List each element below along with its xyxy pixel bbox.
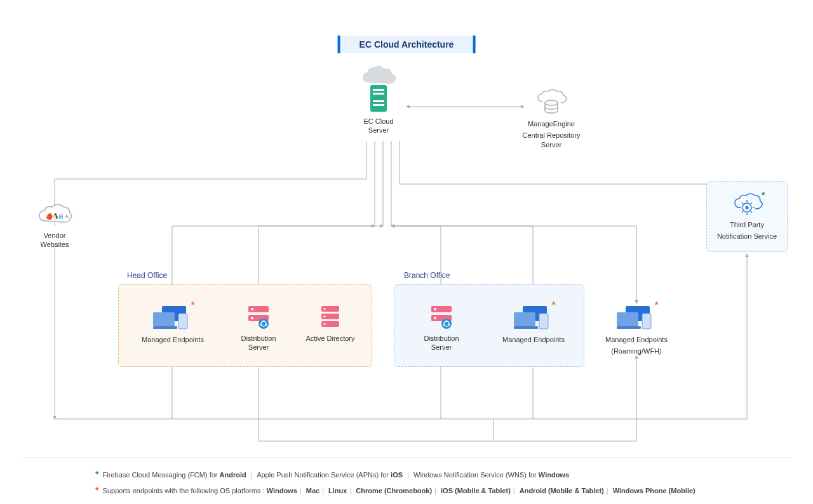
asterisk-green-icon: *	[95, 469, 98, 479]
svg-rect-70	[539, 314, 548, 329]
svg-line-37	[742, 202, 743, 204]
bo-managed-endpoints-node: * Managed Endpoints	[502, 303, 565, 344]
repo-server-label-1: ManageEngine	[528, 119, 575, 128]
svg-rect-74	[642, 314, 651, 329]
vendor-websites-label: Vendor Websites	[29, 231, 80, 249]
svg-rect-68	[514, 312, 535, 326]
cloud-server-icon	[356, 63, 401, 114]
branch-office-heading: Branch Office	[404, 271, 450, 280]
roaming-endpoints-node: * Managed Endpoints (Roaming/WFH)	[605, 303, 668, 356]
vendor-cloud-icon: 🍎 🐧 ⊞ A	[36, 203, 74, 229]
svg-rect-24	[373, 100, 384, 102]
svg-point-50	[263, 321, 264, 322]
svg-line-40	[742, 211, 743, 213]
repo-server-label-2: Central Repository Server	[513, 131, 589, 149]
legend-text: Supports endpoints with the following OS…	[103, 487, 265, 494]
devices-icon	[151, 303, 195, 331]
svg-rect-22	[373, 89, 384, 91]
repo-server-node: ManageEngine Central Repository Server	[513, 89, 589, 149]
asterisk-green-icon: *	[762, 190, 765, 200]
legend-row-green: * Firebase Cloud Messaging (FCM) for And…	[95, 467, 695, 482]
legend-bold: Android (Mobile & Tablet)	[520, 487, 604, 494]
active-directory-icon	[318, 303, 343, 331]
svg-point-61	[434, 308, 436, 310]
ho-active-directory-node: Active Directory	[302, 303, 359, 343]
svg-rect-23	[373, 93, 384, 95]
ho-dist-server-label: Distribution Server	[230, 334, 287, 352]
cloud-database-icon	[534, 89, 568, 117]
svg-point-63	[441, 319, 452, 329]
legend-bold: Mac	[306, 487, 319, 494]
devices-icon	[511, 303, 556, 331]
ho-managed-endpoints-label: Managed Endpoints	[142, 335, 204, 344]
roaming-endpoints-label-1: Managed Endpoints	[605, 335, 668, 344]
svg-rect-42	[153, 312, 175, 326]
svg-point-51	[265, 324, 267, 326]
svg-point-57	[324, 315, 326, 317]
svg-rect-44	[178, 314, 187, 329]
svg-rect-25	[373, 104, 384, 106]
asterisk-orange-icon: *	[191, 300, 194, 310]
svg-point-48	[251, 317, 253, 319]
ho-managed-endpoints-node: * Managed Endpoints	[141, 303, 205, 344]
svg-text:A: A	[65, 213, 69, 220]
legend-row-orange: * Supports endpoints with the following …	[95, 482, 695, 498]
svg-text:⊞: ⊞	[58, 213, 64, 220]
svg-line-39	[751, 202, 752, 204]
svg-point-26	[545, 100, 558, 105]
svg-rect-43	[153, 326, 177, 329]
asterisk-orange-icon: *	[655, 300, 658, 310]
svg-rect-69	[514, 326, 538, 329]
ec-cloud-server-node: EC Cloud Server	[353, 63, 404, 135]
legend-text: Apple Push Notification Service (APNs) f…	[257, 471, 389, 479]
legend-bold: iOS	[391, 471, 403, 479]
bo-managed-endpoints-label: Managed Endpoints	[502, 335, 565, 344]
ho-active-directory-label: Active Directory	[306, 334, 354, 343]
diagram-title: EC Cloud Architecture	[338, 36, 476, 53]
legend-text: Windows Notification Service (WNS) for	[413, 471, 537, 479]
legend-divider	[20, 457, 793, 458]
roaming-endpoints-label-2: (Roaming/WFH)	[611, 347, 661, 355]
thirdparty-label-2: Notification Service	[717, 232, 777, 241]
ho-dist-server-node: Distribution Server	[230, 303, 287, 352]
thirdparty-label-1: Third Party	[730, 220, 764, 229]
legend-bold: iOS (Mobile & Tablet)	[441, 487, 511, 494]
svg-point-58	[324, 323, 326, 325]
ec-cloud-server-label: EC Cloud Server	[353, 117, 404, 135]
asterisk-orange-icon: *	[95, 485, 98, 495]
svg-point-52	[260, 324, 262, 326]
legend: * Firebase Cloud Messaging (FCM) for And…	[95, 467, 695, 498]
legend-bold: Windows	[267, 487, 297, 494]
svg-line-38	[751, 211, 752, 213]
devices-icon	[614, 303, 659, 331]
svg-point-56	[324, 308, 326, 310]
legend-bold: Android	[220, 471, 246, 479]
head-office-heading: Head Office	[127, 271, 167, 280]
vendor-websites-node: 🍎 🐧 ⊞ A Vendor Websites	[29, 203, 80, 249]
bo-dist-server-node: Distribution Server	[413, 303, 470, 352]
thirdparty-box: * Third Party Notification Service	[706, 181, 788, 252]
svg-point-47	[251, 308, 253, 310]
svg-point-62	[434, 317, 436, 319]
svg-point-49	[259, 319, 269, 329]
svg-point-32	[746, 206, 749, 209]
asterisk-orange-icon: *	[552, 300, 555, 310]
svg-rect-73	[617, 326, 641, 329]
legend-bold: Linux	[328, 487, 347, 494]
bo-dist-server-label: Distribution Server	[413, 334, 470, 352]
legend-text: Firebase Cloud Messaging (FCM) for	[103, 471, 218, 479]
legend-bold: Windows	[539, 471, 569, 479]
legend-bold: Chrome (Chromebook)	[356, 487, 432, 494]
gear-cloud-icon	[731, 192, 763, 216]
distribution-server-icon	[427, 303, 455, 331]
svg-rect-72	[617, 312, 638, 326]
legend-bold: Windows Phone (Mobile)	[613, 487, 695, 494]
distribution-server-icon	[245, 303, 272, 331]
connectors-layer	[0, 0, 813, 504]
